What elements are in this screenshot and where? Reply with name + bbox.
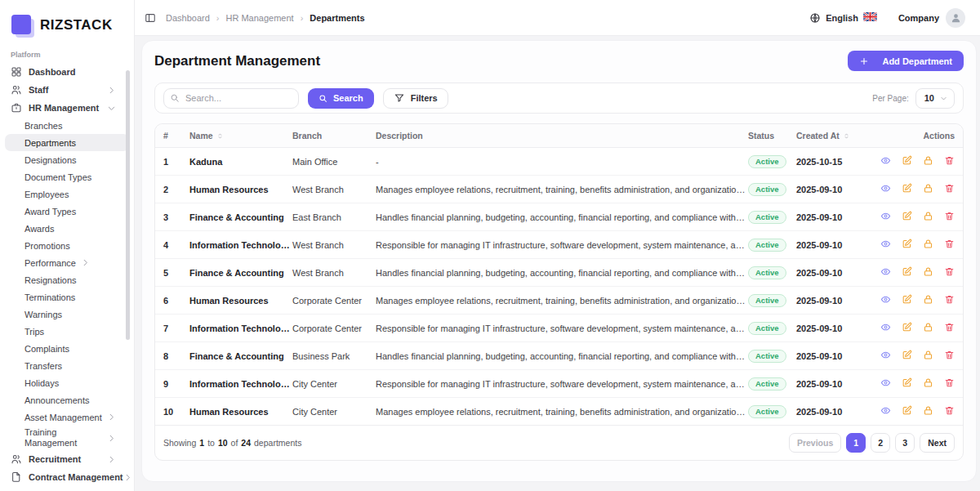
filter-funnel-icon bbox=[394, 92, 405, 104]
sidebar-item-branches[interactable]: Branches bbox=[5, 117, 129, 134]
lock-icon[interactable] bbox=[923, 294, 933, 306]
search-input[interactable] bbox=[163, 88, 299, 109]
filters-button[interactable]: Filters bbox=[383, 88, 448, 109]
edit-icon[interactable] bbox=[902, 155, 912, 167]
cell-branch: Corporate Center bbox=[292, 296, 374, 306]
column-header-branch: Branch bbox=[292, 131, 374, 141]
delete-icon[interactable] bbox=[944, 183, 955, 195]
lock-icon[interactable] bbox=[923, 266, 933, 279]
showing-text: departments bbox=[254, 438, 301, 448]
search-button[interactable]: Search bbox=[308, 88, 374, 109]
previous-page-button[interactable]: Previous bbox=[789, 433, 841, 453]
edit-icon[interactable] bbox=[902, 266, 912, 279]
sidebar-item-terminations[interactable]: Terminations bbox=[5, 288, 129, 306]
sidebar-scrollbar[interactable] bbox=[126, 70, 130, 340]
sidebar-item-trips[interactable]: Trips bbox=[5, 323, 129, 340]
lock-icon[interactable] bbox=[923, 322, 933, 334]
sidebar-item-departments[interactable]: Departments bbox=[5, 134, 129, 151]
view-icon[interactable] bbox=[880, 377, 891, 390]
edit-icon[interactable] bbox=[902, 183, 912, 195]
breadcrumb-separator: › bbox=[216, 13, 220, 23]
page-button-1[interactable]: 1 bbox=[846, 433, 866, 453]
sidebar-toggle-icon[interactable] bbox=[145, 12, 156, 24]
sidebar-item-training-management[interactable]: Training Management bbox=[5, 426, 129, 450]
delete-icon[interactable] bbox=[944, 266, 955, 279]
eye-icon bbox=[880, 183, 891, 194]
edit-icon[interactable] bbox=[902, 377, 912, 390]
sidebar-item-holidays[interactable]: Holidays bbox=[5, 374, 129, 391]
breadcrumb-separator: › bbox=[301, 13, 304, 23]
lock-icon[interactable] bbox=[923, 239, 933, 251]
edit-icon[interactable] bbox=[902, 294, 912, 306]
sidebar-item-transfers[interactable]: Transfers bbox=[5, 357, 129, 374]
sidebar-item-performance[interactable]: Performance bbox=[5, 254, 129, 271]
column-header-name[interactable]: Name bbox=[189, 131, 291, 141]
lock-icon[interactable] bbox=[923, 350, 933, 362]
edit-icon[interactable] bbox=[902, 239, 912, 251]
sidebar-item-complaints[interactable]: Complaints bbox=[5, 340, 129, 357]
view-icon[interactable] bbox=[880, 294, 891, 306]
sidebar-item-announcements[interactable]: Announcements bbox=[5, 391, 129, 408]
status-badge: Active bbox=[748, 377, 786, 391]
next-page-button[interactable]: Next bbox=[920, 433, 955, 453]
column-header-created-at[interactable]: Created At bbox=[796, 131, 871, 141]
cell-actions bbox=[873, 211, 955, 223]
lock-icon[interactable] bbox=[923, 405, 933, 417]
sidebar-item-warnings[interactable]: Warnings bbox=[5, 306, 129, 323]
lock-icon[interactable] bbox=[923, 155, 933, 167]
sidebar-item-document-types[interactable]: Document Types bbox=[5, 168, 129, 185]
delete-icon[interactable] bbox=[944, 294, 955, 306]
view-icon[interactable] bbox=[880, 239, 891, 251]
sidebar-item-recruitment[interactable]: Recruitment bbox=[5, 450, 129, 468]
cell-created-at: 2025-09-10 bbox=[796, 296, 871, 306]
lock-icon[interactable] bbox=[923, 211, 933, 223]
sidebar-item-awards[interactable]: Awards bbox=[5, 220, 129, 237]
view-icon[interactable] bbox=[880, 322, 891, 334]
breadcrumb-item-dashboard[interactable]: Dashboard bbox=[166, 13, 210, 23]
delete-icon[interactable] bbox=[944, 350, 955, 362]
sidebar-item-award-types[interactable]: Award Types bbox=[5, 203, 129, 220]
delete-icon[interactable] bbox=[944, 155, 955, 167]
content-panel: Department Management Add Department Sea… bbox=[141, 40, 977, 482]
edit-icon[interactable] bbox=[902, 322, 912, 334]
sidebar-item-hr-management[interactable]: HR Management bbox=[5, 99, 129, 117]
cell-number: 1 bbox=[163, 157, 188, 167]
sidebar-item-promotions[interactable]: Promotions bbox=[5, 237, 129, 254]
delete-icon[interactable] bbox=[944, 239, 955, 251]
lock-icon[interactable] bbox=[923, 377, 933, 390]
per-page-select[interactable]: 10 bbox=[915, 88, 955, 109]
edit-icon[interactable] bbox=[902, 350, 912, 362]
delete-icon[interactable] bbox=[944, 322, 955, 334]
view-icon[interactable] bbox=[880, 350, 891, 362]
cell-actions bbox=[873, 183, 955, 195]
page-button-2[interactable]: 2 bbox=[871, 433, 890, 453]
sidebar-item-staff[interactable]: Staff bbox=[5, 81, 129, 99]
view-icon[interactable] bbox=[880, 266, 891, 279]
delete-icon[interactable] bbox=[944, 405, 955, 417]
edit-icon[interactable] bbox=[902, 211, 912, 223]
language-selector[interactable]: English bbox=[809, 12, 877, 24]
sidebar-item-employees[interactable]: Employees bbox=[5, 185, 129, 203]
sidebar-item-asset-management[interactable]: Asset Management bbox=[5, 408, 129, 426]
edit-icon[interactable] bbox=[902, 405, 912, 417]
breadcrumb-item-departments[interactable]: Departments bbox=[310, 13, 364, 23]
sidebar-item-dashboard[interactable]: Dashboard bbox=[5, 63, 129, 81]
breadcrumb-item-hr-management[interactable]: HR Management bbox=[226, 13, 294, 23]
avatar bbox=[946, 8, 965, 28]
view-icon[interactable] bbox=[880, 405, 891, 417]
sidebar-item-resignations[interactable]: Resignations bbox=[5, 271, 129, 288]
view-icon[interactable] bbox=[880, 183, 891, 195]
delete-icon[interactable] bbox=[944, 211, 955, 223]
brand-logo[interactable]: RIZSTACK bbox=[0, 11, 134, 47]
sidebar-item-contract-management[interactable]: Contract Management bbox=[5, 468, 129, 486]
sidebar-item-label: Promotions bbox=[24, 241, 70, 251]
sidebar-item-designations[interactable]: Designations bbox=[5, 151, 129, 168]
lock-icon[interactable] bbox=[923, 183, 933, 195]
search-field bbox=[163, 88, 299, 109]
page-button-3[interactable]: 3 bbox=[895, 433, 915, 453]
view-icon[interactable] bbox=[880, 211, 891, 223]
view-icon[interactable] bbox=[880, 155, 891, 167]
account-menu[interactable]: Company bbox=[898, 8, 965, 28]
add-department-button[interactable]: Add Department bbox=[848, 51, 964, 71]
delete-icon[interactable] bbox=[944, 377, 955, 390]
